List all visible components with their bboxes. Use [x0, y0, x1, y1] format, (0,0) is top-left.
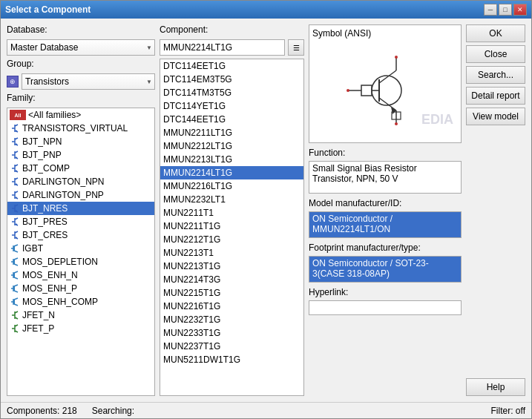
svg-point-90: [347, 89, 349, 92]
family-item[interactable]: BJT_PNP: [7, 148, 154, 162]
family-item[interactable]: JFET_P: [7, 322, 154, 335]
family-item[interactable]: DARLINGTON_PNP: [7, 188, 154, 202]
family-item-label: MOS_ENH_N: [22, 270, 78, 280]
family-item-icon: [10, 270, 20, 280]
component-list-item[interactable]: MUN2237T1G: [160, 340, 303, 353]
family-item-label: BJT_NRES: [22, 203, 68, 214]
symbol-label: Symbol (ANSI): [312, 28, 371, 39]
component-input[interactable]: [160, 39, 285, 56]
component-list-item[interactable]: MMUN2213LT1G: [160, 153, 303, 166]
family-item-label: JFET_N: [22, 310, 55, 320]
search-button[interactable]: Search...: [466, 66, 525, 84]
footprint-value: ON Semiconductor / SOT-23-3(CASE 318-08A…: [309, 256, 462, 283]
transistor-symbol-svg: [341, 50, 430, 131]
component-list-item[interactable]: DTC114TM3T5G: [160, 86, 303, 99]
family-item-icon: [10, 203, 20, 214]
family-item-label: MOS_ENH_P: [22, 283, 77, 294]
family-item-icon: [10, 283, 20, 294]
function-label: Function:: [309, 148, 462, 158]
window-controls: ─ □ ✕: [484, 4, 527, 16]
help-button[interactable]: Help: [466, 378, 525, 396]
family-item-label: JFET_P: [22, 323, 54, 334]
component-list-item[interactable]: MMUN2216LT1G: [160, 179, 303, 193]
function-value: Small Signal Bias Resistor Transistor, N…: [309, 161, 462, 194]
status-filter: Filter: off: [491, 406, 525, 416]
status-components: Components: 218: [7, 406, 77, 416]
ok-button[interactable]: OK: [466, 24, 525, 42]
component-header: ☰: [160, 39, 304, 56]
detail-report-button[interactable]: Detail report: [466, 87, 525, 105]
family-list[interactable]: All<All families>TRANSISTORS_VIRTUALBJT_…: [7, 108, 155, 396]
symbol-area: Symbol (ANSI): [309, 24, 462, 143]
status-bar: Components: 218 Searching: Filter: off: [1, 402, 531, 418]
family-item[interactable]: BJT_NPN: [7, 135, 154, 148]
component-list-item[interactable]: MUN2216T1G: [160, 300, 303, 313]
family-item[interactable]: TRANSISTORS_VIRTUAL: [7, 122, 154, 135]
family-item-label: BJT_PNP: [22, 150, 62, 160]
component-list-item[interactable]: MUN5211DW1T1G: [160, 353, 303, 366]
left-panel: Database: Master Database ▼ Group: ⊕ Tra…: [7, 24, 155, 396]
svg-line-64: [14, 291, 18, 292]
family-item[interactable]: All<All families>: [7, 108, 154, 122]
family-item[interactable]: MOS_ENH_COMP: [7, 295, 154, 309]
component-list-item[interactable]: DTC114EM3T5G: [160, 73, 303, 86]
family-item-label: BJT_PRES: [22, 217, 68, 227]
component-list[interactable]: DTC114EET1GDTC114EM3T5GDTC114TM3T5GDTC11…: [160, 59, 304, 396]
component-list-item[interactable]: MUN2214T3G: [160, 273, 303, 286]
database-label: Database:: [7, 24, 155, 35]
group-label: Group:: [7, 59, 155, 69]
component-list-item[interactable]: DTC114YET1G: [160, 99, 303, 113]
component-list-item[interactable]: MUN2211T1: [160, 206, 303, 220]
component-list-item[interactable]: MUN2233T1G: [160, 326, 303, 340]
family-item[interactable]: MOS_DEPLETION: [7, 255, 154, 268]
family-item[interactable]: BJT_CRES: [7, 228, 154, 242]
component-list-item[interactable]: MMUN2232LT1: [160, 193, 303, 206]
main-window: Select a Component ─ □ ✕ Database: Maste…: [0, 0, 532, 419]
component-list-item[interactable]: MMUN2212LT1G: [160, 139, 303, 153]
svg-point-91: [395, 122, 398, 125]
family-item[interactable]: DARLINGTON_NPN: [7, 175, 154, 188]
view-model-button[interactable]: View model: [466, 108, 525, 125]
main-content: Database: Master Database ▼ Group: ⊕ Tra…: [1, 19, 531, 402]
family-item[interactable]: IGBT: [7, 242, 154, 255]
close-dialog-button[interactable]: Close: [466, 45, 525, 63]
component-list-item[interactable]: MMUN2211LT1G: [160, 126, 303, 139]
footprint-label: Footprint manufacturer/type:: [309, 243, 462, 253]
family-item-icon: All: [10, 110, 26, 120]
family-item-icon: [10, 230, 20, 240]
component-list-item[interactable]: MUN2213T1: [160, 246, 303, 260]
family-item[interactable]: BJT_COMP: [7, 162, 154, 175]
family-item[interactable]: MOS_ENH_N: [7, 268, 154, 282]
component-list-item[interactable]: MUN2211T1G: [160, 220, 303, 233]
close-button[interactable]: ✕: [513, 4, 527, 16]
maximize-button[interactable]: □: [499, 4, 512, 16]
minimize-button[interactable]: ─: [484, 4, 497, 16]
component-filter-button[interactable]: ☰: [288, 39, 304, 56]
function-section: Function: Small Signal Bias Resistor Tra…: [309, 148, 462, 194]
group-dropdown-wrapper: Transistors ▼: [22, 73, 155, 90]
component-list-item[interactable]: MUN2212T1G: [160, 233, 303, 246]
family-item-label: DARLINGTON_PNP: [22, 190, 104, 200]
component-list-item[interactable]: DTC114EET1G: [160, 59, 303, 73]
component-list-item[interactable]: MUN2215T1G: [160, 286, 303, 300]
family-item-icon: [10, 136, 20, 147]
component-list-item[interactable]: MUN2213T1G: [160, 260, 303, 273]
database-dropdown[interactable]: Master Database: [7, 39, 155, 56]
family-item[interactable]: BJT_NRES: [7, 202, 154, 215]
svg-rect-79: [361, 85, 372, 96]
group-row: ⊕ Transistors ▼: [7, 73, 155, 90]
footprint-section: Footprint manufacturer/type: ON Semicond…: [309, 243, 462, 283]
family-item[interactable]: BJT_PRES: [7, 215, 154, 228]
component-list-item[interactable]: DTC144EET1G: [160, 113, 303, 126]
group-dropdown[interactable]: Transistors: [22, 73, 155, 90]
buttons-panel: OK Close Search... Detail report View mo…: [466, 24, 525, 396]
family-item-label: MOS_DEPLETION: [22, 257, 98, 267]
family-item[interactable]: MOS_ENH_P: [7, 282, 154, 295]
family-item[interactable]: JFET_N: [7, 309, 154, 322]
component-list-item[interactable]: MUN2232T1G: [160, 313, 303, 326]
family-item-label: DARLINGTON_NPN: [22, 176, 104, 187]
family-item-icon: [10, 310, 20, 320]
component-list-item[interactable]: MMUN2214LT1G: [160, 166, 303, 179]
svg-line-53: [14, 258, 18, 260]
family-label: Family:: [7, 93, 155, 103]
